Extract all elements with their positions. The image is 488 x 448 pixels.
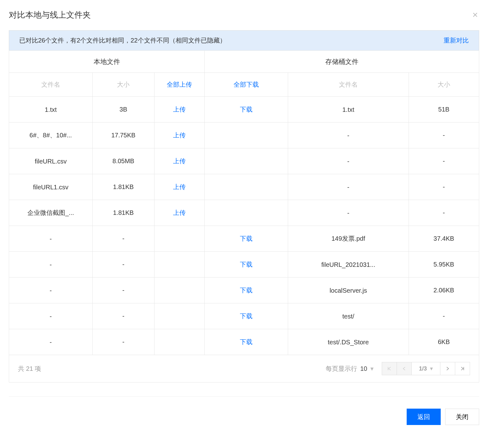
bucket-files-group-header: 存储桶文件: [205, 51, 479, 73]
upload-button[interactable]: 上传: [154, 148, 204, 174]
table-row: 1.txt3B上传下载1.txt51B: [9, 97, 479, 123]
close-button[interactable]: 关闭: [445, 409, 479, 425]
bucket-filename-cell: 1.txt: [288, 97, 409, 123]
local-filename-cell: -: [9, 303, 93, 329]
table-row: 企业微信截图_...1.81KB上传--: [9, 200, 479, 226]
pager-prev-button[interactable]: [397, 362, 412, 375]
bucket-filename-cell: -: [288, 174, 409, 200]
chevron-down-icon: ▾: [430, 365, 433, 372]
local-filename-cell: -: [9, 329, 93, 355]
local-filename-cell: -: [9, 278, 93, 303]
pager: 1/3 ▾: [382, 362, 470, 375]
bucket-size-cell: -: [409, 123, 479, 148]
local-size-cell: -: [92, 252, 154, 278]
rows-per-page: 每页显示行 10 ▾: [326, 365, 374, 373]
bucket-filename-cell: -: [288, 200, 409, 226]
table-body: 1.txt3B上传下载1.txt51B6#、8#、10#...17.75KB上传…: [9, 97, 479, 355]
summary-bar: 已对比26个文件，有2个文件比对相同，22个文件不同（相同文件已隐藏） 重新对比: [9, 30, 479, 50]
table-row: fileURL.csv8.05MB上传--: [9, 148, 479, 174]
local-size-cell: -: [92, 226, 154, 252]
download-cell-empty: [205, 200, 288, 226]
bucket-size-cell: -: [409, 174, 479, 200]
group-header-row: 本地文件 存储桶文件: [9, 51, 479, 73]
first-page-icon: [387, 367, 391, 370]
local-filename-cell: -: [9, 252, 93, 278]
rows-per-page-select[interactable]: 10 ▾: [360, 365, 374, 372]
footer-right: 每页显示行 10 ▾ 1/3 ▾: [326, 362, 470, 375]
local-size-cell: -: [92, 278, 154, 303]
col-bucket-size: 大小: [409, 73, 479, 97]
page-indicator-text: 1/3: [419, 365, 427, 372]
bucket-size-cell: -: [409, 303, 479, 329]
table-row: --下载fileURL_2021031...5.95KB: [9, 252, 479, 278]
col-local-filename: 文件名: [9, 73, 93, 97]
upload-button[interactable]: 上传: [154, 123, 204, 148]
download-button[interactable]: 下载: [205, 226, 288, 252]
page-indicator-select[interactable]: 1/3 ▾: [411, 362, 440, 375]
bucket-size-cell: 2.06KB: [409, 278, 479, 303]
local-size-cell: 8.05MB: [92, 148, 154, 174]
download-button[interactable]: 下载: [205, 303, 288, 329]
table-footer: 共 21 项 每页显示行 10 ▾ 1/3 ▾: [9, 355, 479, 382]
download-cell-empty: [205, 148, 288, 174]
download-all-button[interactable]: 全部下载: [205, 73, 288, 97]
download-cell-empty: [205, 174, 288, 200]
pager-next-button[interactable]: [440, 362, 455, 375]
download-button[interactable]: 下载: [205, 329, 288, 355]
chevron-down-icon: ▾: [370, 365, 374, 372]
local-filename-cell: 1.txt: [9, 97, 93, 123]
back-button[interactable]: 返回: [407, 409, 441, 425]
table-row: --下载149发票.pdf37.4KB: [9, 226, 479, 252]
download-cell-empty: [205, 123, 288, 148]
col-local-size: 大小: [92, 73, 154, 97]
table-row: fileURL1.csv1.81KB上传--: [9, 174, 479, 200]
refresh-compare-link[interactable]: 重新对比: [444, 36, 469, 45]
upload-button[interactable]: 上传: [154, 174, 204, 200]
bucket-size-cell: 37.4KB: [409, 226, 479, 252]
summary-text: 已对比26个文件，有2个文件比对相同，22个文件不同（相同文件已隐藏）: [19, 36, 226, 45]
local-filename-cell: 6#、8#、10#...: [9, 123, 93, 148]
upload-cell-empty: [154, 278, 204, 303]
dialog-actions: 返回 关闭: [9, 396, 479, 434]
local-filename-cell: fileURL.csv: [9, 148, 93, 174]
local-size-cell: -: [92, 329, 154, 355]
dialog-header: 对比本地与线上文件夹 ×: [9, 9, 479, 21]
local-size-cell: 17.75KB: [92, 123, 154, 148]
local-files-group-header: 本地文件: [9, 51, 205, 73]
download-button[interactable]: 下载: [205, 252, 288, 278]
table-row: --下载test/-: [9, 303, 479, 329]
bucket-filename-cell: -: [288, 148, 409, 174]
bucket-filename-cell: 149发票.pdf: [288, 226, 409, 252]
bucket-filename-cell: localServer.js: [288, 278, 409, 303]
local-size-cell: 1.81KB: [92, 174, 154, 200]
compare-table: 本地文件 存储桶文件 文件名 大小 全部上传 全部下载 文件名 大小 1.txt…: [9, 50, 479, 355]
bucket-filename-cell: fileURL_2021031...: [288, 252, 409, 278]
local-size-cell: 1.81KB: [92, 200, 154, 226]
rows-per-page-value: 10: [360, 365, 367, 372]
pager-last-button[interactable]: [455, 362, 470, 375]
chevron-left-icon: [403, 367, 406, 370]
table-row: --下载localServer.js2.06KB: [9, 278, 479, 303]
bucket-size-cell: 51B: [409, 97, 479, 123]
local-filename-cell: 企业微信截图_...: [9, 200, 93, 226]
last-page-icon: [461, 367, 464, 370]
upload-all-button[interactable]: 全部上传: [154, 73, 204, 97]
bucket-filename-cell: -: [288, 123, 409, 148]
local-size-cell: 3B: [92, 97, 154, 123]
upload-cell-empty: [154, 226, 204, 252]
bucket-size-cell: -: [409, 148, 479, 174]
pager-first-button[interactable]: [382, 362, 397, 375]
upload-cell-empty: [154, 329, 204, 355]
download-button[interactable]: 下载: [205, 97, 288, 123]
bucket-size-cell: 6KB: [409, 329, 479, 355]
table-row: 6#、8#、10#...17.75KB上传--: [9, 123, 479, 148]
bucket-filename-cell: test/: [288, 303, 409, 329]
rows-per-page-label: 每页显示行: [326, 365, 357, 373]
col-bucket-filename: 文件名: [288, 73, 409, 97]
download-button[interactable]: 下载: [205, 278, 288, 303]
bucket-size-cell: -: [409, 200, 479, 226]
close-icon[interactable]: ×: [471, 9, 479, 21]
upload-button[interactable]: 上传: [154, 97, 204, 123]
upload-button[interactable]: 上传: [154, 200, 204, 226]
compare-dialog: 对比本地与线上文件夹 × 已对比26个文件，有2个文件比对相同，22个文件不同（…: [0, 0, 488, 434]
